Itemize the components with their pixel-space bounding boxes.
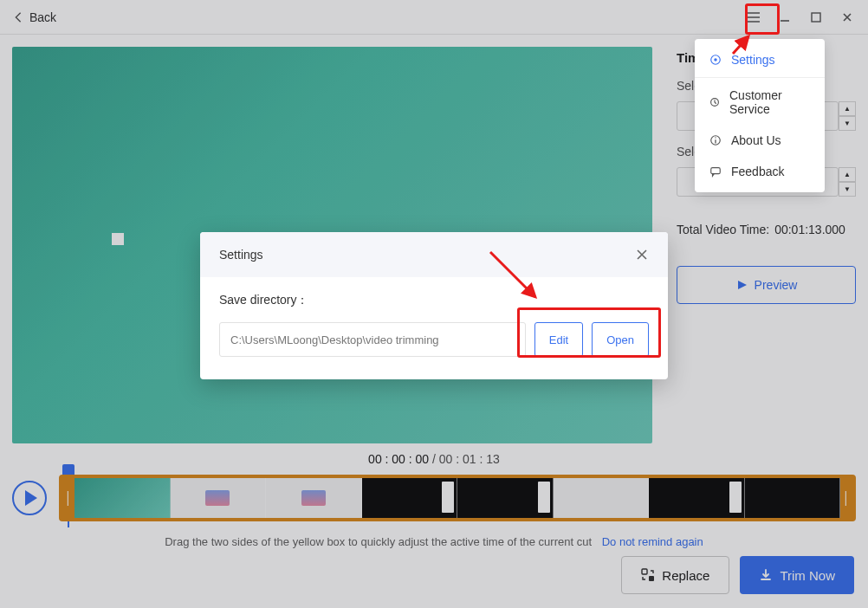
timeline-thumb (266, 478, 362, 518)
replace-label: Replace (662, 568, 709, 583)
trim-label: Trim Now (780, 568, 835, 583)
svg-rect-0 (812, 13, 820, 22)
timeline-thumb (362, 478, 458, 518)
edit-path-button[interactable]: Edit (534, 322, 583, 357)
save-directory-label: Save directory： (219, 293, 649, 308)
info-icon (709, 133, 722, 147)
cursor-icon (112, 233, 124, 245)
menu-item-about[interactable]: About Us (695, 125, 825, 156)
modal-close-button[interactable] (635, 248, 649, 262)
open-path-button[interactable]: Open (592, 322, 649, 357)
back-label: Back (29, 10, 56, 24)
time-readout: 00 : 00 : 00 / 00 : 01 : 13 (12, 452, 856, 466)
play-button[interactable] (12, 481, 47, 515)
trim-handle-left[interactable]: │ (62, 478, 74, 518)
back-button[interactable]: Back (5, 7, 63, 28)
play-icon (735, 279, 748, 291)
menu-item-customer[interactable]: Customer Service (695, 80, 825, 125)
headset-icon (709, 95, 721, 109)
hint-text: Drag the two sides of the yellow box to … (12, 535, 856, 548)
start-time-down[interactable]: ▼ (839, 116, 856, 131)
timeline-thumb (745, 478, 841, 518)
replace-icon (641, 568, 655, 582)
modal-title: Settings (219, 248, 263, 262)
close-button[interactable] (832, 3, 863, 31)
menu-item-settings[interactable]: Settings (695, 44, 825, 75)
svg-rect-2 (649, 576, 654, 581)
minimize-button[interactable] (769, 3, 800, 31)
end-time-up[interactable]: ▲ (839, 167, 856, 182)
timeline-thumb (554, 478, 650, 518)
feedback-icon (709, 165, 722, 178)
dismiss-hint-link[interactable]: Do not remind again (602, 535, 703, 548)
total-time-label: Total Video Time: (677, 223, 769, 236)
settings-modal: Settings Save directory： C:\Users\MLoong… (200, 232, 668, 379)
trim-now-button[interactable]: Trim Now (740, 556, 854, 594)
maximize-button[interactable] (800, 3, 832, 31)
preview-label: Preview (755, 278, 798, 292)
svg-rect-1 (642, 569, 647, 574)
main-menu: Settings Customer Service About Us Feedb… (695, 39, 825, 192)
svg-rect-7 (711, 168, 721, 174)
timeline-strip[interactable]: │ │ (59, 475, 856, 521)
hamburger-menu-button[interactable] (738, 3, 769, 31)
play-icon (25, 490, 37, 506)
preview-button[interactable]: Preview (677, 266, 856, 304)
trim-handle-right[interactable]: │ (840, 478, 852, 518)
total-time-value: 00:01:13.000 (774, 223, 845, 236)
replace-button[interactable]: Replace (621, 556, 729, 594)
settings-icon (709, 53, 722, 67)
timeline-thumb (171, 478, 267, 518)
start-time-up[interactable]: ▲ (839, 101, 856, 116)
timeline-thumb (74, 478, 171, 518)
end-time-down[interactable]: ▼ (839, 182, 856, 197)
arrow-left-icon (12, 11, 24, 23)
timeline-thumb (457, 478, 554, 518)
download-icon (759, 568, 773, 582)
svg-point-4 (714, 58, 717, 61)
timeline-thumb (649, 478, 745, 518)
save-directory-input[interactable]: C:\Users\MLoong\Desktop\video trimming (219, 322, 526, 357)
menu-item-feedback[interactable]: Feedback (695, 156, 825, 187)
